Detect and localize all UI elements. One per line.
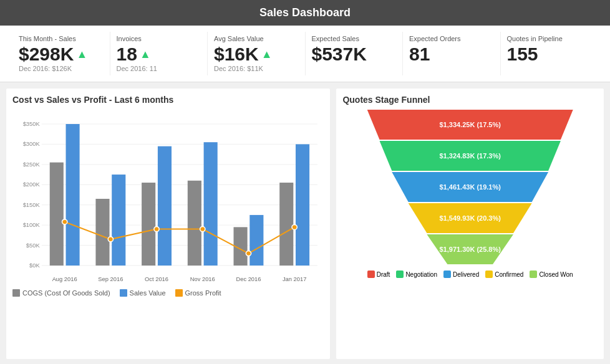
bar-chart-svg: $0K$50K$100K$150K$200K$250K$300K$350KAug… bbox=[12, 110, 324, 284]
funnel-slice-label-1: $1,324.83K (17.3%) bbox=[439, 152, 500, 160]
kpi-item-4: Expected Orders81 bbox=[403, 32, 501, 75]
kpi-item-3: Expected Sales$537K bbox=[306, 32, 404, 75]
kpi-value-5: 155 bbox=[507, 44, 592, 65]
funnel-legend-item-1: Negotiation bbox=[396, 271, 437, 278]
svg-text:Oct 2016: Oct 2016 bbox=[145, 276, 168, 282]
svg-text:$300K: $300K bbox=[23, 141, 41, 148]
funnel-legend-dot-1 bbox=[396, 271, 404, 278]
chart-legend-item-2: Gross Profit bbox=[175, 289, 221, 297]
svg-rect-22 bbox=[142, 183, 155, 266]
funnel-slice-4: $1,971.30K (25.8%) bbox=[367, 234, 573, 264]
kpi-value-4: 81 bbox=[409, 44, 494, 65]
svg-point-37 bbox=[200, 227, 205, 232]
svg-point-38 bbox=[246, 251, 251, 256]
chart-legend-box-2 bbox=[175, 289, 183, 297]
svg-rect-31 bbox=[279, 183, 293, 266]
kpi-label-1: Invoices bbox=[117, 35, 201, 42]
svg-rect-26 bbox=[204, 142, 218, 266]
svg-point-34 bbox=[62, 219, 67, 224]
svg-text:Nov 2016: Nov 2016 bbox=[190, 276, 215, 282]
funnel-legend-dot-2 bbox=[443, 271, 451, 278]
kpi-row: This Month - Sales$298K▲Dec 2016: $126KI… bbox=[0, 26, 610, 82]
svg-rect-16 bbox=[50, 163, 64, 266]
kpi-sub-1: Dec 2016: 11 bbox=[117, 65, 201, 72]
funnel-legend-label-2: Delivered bbox=[453, 271, 479, 278]
kpi-arrow-2: ▲ bbox=[261, 48, 273, 61]
dashboard-title: Sales Dashboard bbox=[259, 6, 351, 19]
funnel-slice-3: $1,549.93K (20.3%) bbox=[367, 203, 573, 233]
svg-rect-25 bbox=[188, 181, 201, 266]
chart-legend-label-2: Gross Profit bbox=[185, 289, 221, 297]
bar-chart-container: $0K$50K$100K$150K$200K$250K$300K$350KAug… bbox=[12, 110, 324, 284]
chart-legend-item-1: Sales Value bbox=[120, 289, 166, 297]
chart-legend-box-0 bbox=[12, 289, 20, 297]
svg-text:$350K: $350K bbox=[23, 121, 41, 127]
kpi-label-0: This Month - Sales bbox=[19, 35, 104, 42]
chart-legend-item-0: COGS (Cost Of Goods Sold) bbox=[12, 289, 110, 297]
funnel-container: $1,334.25K (17.5%)$1,324.83K (17.3%)$1,4… bbox=[342, 110, 598, 264]
funnel-legend-dot-0 bbox=[367, 271, 375, 278]
kpi-arrow-1: ▲ bbox=[140, 48, 151, 61]
funnel-legend-label-3: Confirmed bbox=[495, 271, 523, 278]
svg-text:$100K: $100K bbox=[23, 222, 41, 228]
funnel-legend-dot-3 bbox=[485, 271, 493, 278]
svg-text:$0K: $0K bbox=[29, 262, 41, 269]
funnel-legend-item-2: Delivered bbox=[443, 271, 479, 278]
funnel-legend-item-0: Draft bbox=[367, 271, 390, 278]
funnel-legend: DraftNegotiationDeliveredConfirmedClosed… bbox=[342, 271, 598, 278]
kpi-label-4: Expected Orders bbox=[409, 35, 494, 42]
svg-rect-32 bbox=[296, 144, 309, 266]
svg-point-39 bbox=[292, 224, 297, 229]
funnel-slice-label-2: $1,461.43K (19.1%) bbox=[439, 183, 500, 191]
kpi-label-5: Quotes in Pipeline bbox=[507, 35, 592, 42]
main-content: Cost vs Sales vs Profit - Last 6 months … bbox=[0, 82, 610, 364]
svg-rect-17 bbox=[66, 124, 80, 266]
kpi-value-3: $537K bbox=[312, 44, 397, 65]
bar-chart-title: Cost vs Sales vs Profit - Last 6 months bbox=[12, 95, 324, 105]
svg-rect-19 bbox=[95, 199, 109, 266]
svg-point-35 bbox=[108, 237, 113, 242]
funnel-legend-label-0: Draft bbox=[377, 271, 390, 278]
kpi-label-2: Avg Sales Value bbox=[214, 35, 299, 42]
svg-point-36 bbox=[154, 227, 159, 232]
svg-text:$50K: $50K bbox=[26, 242, 41, 249]
kpi-label-3: Expected Sales bbox=[312, 35, 397, 42]
kpi-arrow-0: ▲ bbox=[76, 48, 87, 61]
funnel-slice-label-4: $1,971.30K (25.8%) bbox=[439, 246, 500, 253]
kpi-value-0: $298K▲ bbox=[19, 44, 104, 65]
svg-text:$200K: $200K bbox=[23, 181, 41, 188]
svg-rect-23 bbox=[158, 146, 172, 266]
funnel-slice-0: $1,334.25K (17.5%) bbox=[367, 110, 573, 140]
svg-text:$150K: $150K bbox=[23, 202, 41, 208]
kpi-value-2: $16K▲ bbox=[214, 44, 299, 65]
chart-legend-label-0: COGS (Cost Of Goods Sold) bbox=[22, 289, 110, 297]
kpi-value-1: 18▲ bbox=[117, 44, 201, 65]
kpi-sub-0: Dec 2016: $126K bbox=[19, 65, 104, 72]
funnel-legend-item-4: Closed Won bbox=[530, 271, 573, 278]
funnel-legend-label-4: Closed Won bbox=[539, 271, 573, 278]
funnel-legend-item-3: Confirmed bbox=[485, 271, 523, 278]
svg-rect-20 bbox=[112, 175, 125, 266]
kpi-item-5: Quotes in Pipeline155 bbox=[501, 32, 598, 75]
svg-text:$250K: $250K bbox=[23, 161, 41, 168]
funnel-slice-label-0: $1,334.25K (17.5%) bbox=[439, 121, 500, 128]
funnel-slice-label-3: $1,549.93K (20.3%) bbox=[439, 214, 500, 222]
svg-text:Jan 2017: Jan 2017 bbox=[283, 276, 306, 282]
header: Sales Dashboard bbox=[0, 0, 610, 26]
funnel-slice-1: $1,324.83K (17.3%) bbox=[367, 141, 573, 171]
chart-legend-label-1: Sales Value bbox=[130, 289, 166, 297]
svg-text:Sep 2016: Sep 2016 bbox=[98, 276, 123, 282]
chart-legend: COGS (Cost Of Goods Sold)Sales ValueGros… bbox=[12, 289, 324, 297]
funnel-slice-2: $1,461.43K (19.1%) bbox=[367, 172, 573, 202]
funnel-legend-label-1: Negotiation bbox=[405, 271, 437, 278]
svg-text:Aug 2016: Aug 2016 bbox=[52, 276, 77, 282]
kpi-sub-2: Dec 2016: $11K bbox=[214, 65, 299, 72]
svg-rect-29 bbox=[249, 215, 263, 266]
chart-legend-box-1 bbox=[120, 289, 127, 297]
bar-chart-section: Cost vs Sales vs Profit - Last 6 months … bbox=[6, 89, 330, 359]
kpi-item-0: This Month - Sales$298K▲Dec 2016: $126K bbox=[12, 32, 110, 75]
kpi-item-1: Invoices18▲Dec 2016: 11 bbox=[110, 32, 208, 75]
funnel-title: Quotes Stage Funnel bbox=[342, 95, 598, 105]
svg-text:Dec 2016: Dec 2016 bbox=[236, 276, 261, 282]
funnel-section: Quotes Stage Funnel $1,334.25K (17.5%)$1… bbox=[336, 89, 604, 359]
